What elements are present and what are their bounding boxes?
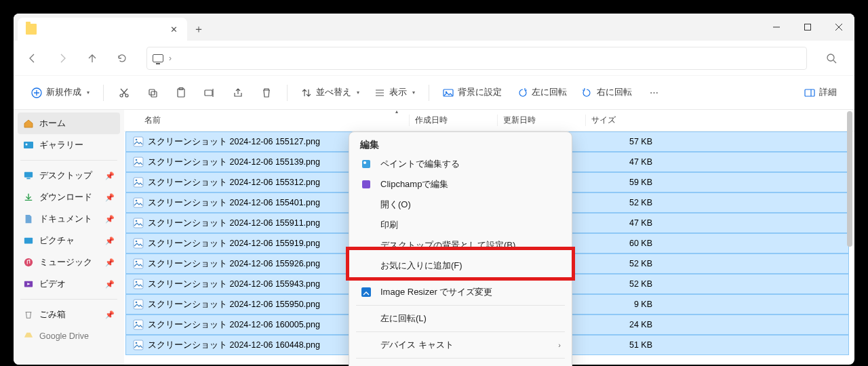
minimize-button[interactable] [761, 14, 792, 41]
svg-rect-26 [24, 142, 33, 148]
up-button[interactable] [79, 45, 106, 72]
svg-rect-53 [134, 340, 143, 350]
blank-icon [360, 239, 372, 251]
cell-size: 52 KB [594, 198, 652, 207]
png-file-icon [133, 340, 144, 350]
forward-button[interactable] [49, 45, 76, 72]
ctx-open[interactable]: 開く(O) [349, 195, 572, 215]
ctx-edit-clipchamp[interactable]: Clipchampで編集 [349, 174, 572, 195]
gdrive-icon [23, 331, 34, 342]
set-background-button[interactable]: 背景に設定 [436, 81, 509, 105]
ctx-label: 開く(O) [380, 199, 561, 211]
chevron-right-icon: › [558, 341, 561, 349]
separator [356, 331, 565, 332]
column-name[interactable]: 名前 [144, 115, 409, 126]
sidebar-item-gdrive[interactable]: Google Drive [18, 325, 120, 347]
vertical-scrollbar[interactable] [846, 110, 853, 365]
view-button[interactable]: 表示 ▾ [368, 81, 422, 105]
ctx-rotate-left[interactable]: 左に回転(L) [349, 308, 572, 329]
blank-icon [360, 339, 372, 351]
new-tab-button[interactable]: ＋ [187, 18, 210, 41]
sort-button[interactable]: 並べ替え ▾ [294, 81, 366, 105]
tab-close-button[interactable]: ✕ [168, 24, 179, 35]
rename-button[interactable] [196, 81, 223, 105]
search-button[interactable] [818, 45, 845, 72]
sidebar-videos-label: ビデオ [39, 279, 66, 290]
sidebar-item-documents[interactable]: ドキュメント 📌 [18, 208, 120, 230]
toolbar: 新規作成 ▾ 並べ替え ▾ 表示 ▾ 背景に設定 左に回転 [14, 76, 854, 110]
sidebar-item-desktop[interactable]: デスクトップ 📌 [18, 165, 120, 186]
chevron-down-icon: ▾ [412, 89, 415, 96]
ctx-image-resizer[interactable]: Image Resizer でサイズ変更 [349, 282, 572, 302]
ctx-device-cast[interactable]: デバイス キャスト › [349, 335, 572, 355]
scrollbar-thumb[interactable] [847, 111, 852, 247]
back-button[interactable] [19, 45, 46, 72]
rotate-right-button[interactable]: 右に回転 [575, 81, 639, 105]
cell-size: 60 KB [594, 239, 652, 248]
png-file-icon [133, 279, 144, 289]
rotate-left-button[interactable]: 左に回転 [510, 81, 574, 105]
ctx-defender-scan[interactable]: Microsoft Defender でスキャンする... [349, 361, 572, 366]
sidebar-item-music[interactable]: ミュージック 📌 [18, 251, 120, 273]
video-icon [23, 279, 34, 289]
details-pane-button[interactable]: 詳細 [797, 81, 844, 105]
svg-rect-35 [134, 157, 143, 167]
svg-point-48 [136, 281, 138, 283]
sidebar-item-pictures[interactable]: ピクチャ 📌 [18, 230, 120, 251]
column-size[interactable]: サイズ [585, 115, 646, 126]
png-file-icon [133, 177, 144, 188]
blank-icon [360, 312, 372, 325]
png-file-icon [133, 258, 144, 269]
svg-rect-30 [24, 238, 33, 244]
more-button[interactable]: ⋯ [640, 81, 667, 105]
cell-size: 47 KB [594, 218, 652, 228]
sidebar-item-trash[interactable]: ごみ箱 📌 [18, 304, 120, 325]
ctx-label: Image Resizer でサイズ変更 [380, 286, 561, 298]
ctx-edit-paint[interactable]: ペイントで編集する [349, 154, 572, 174]
set-bg-label: 背景に設定 [458, 87, 502, 98]
svg-point-56 [363, 161, 366, 164]
panel-icon [804, 87, 815, 98]
sidebar-item-videos[interactable]: ビデオ 📌 [18, 273, 120, 295]
sidebar-item-downloads[interactable]: ダウンロード 📌 [18, 186, 120, 208]
cut-button[interactable] [111, 81, 138, 105]
sidebar-item-gallery[interactable]: ギャラリー [18, 134, 120, 156]
ctx-label: 左に回転(L) [380, 312, 561, 325]
sidebar-item-home[interactable]: ホーム [18, 113, 120, 134]
maximize-button[interactable] [792, 14, 823, 41]
column-created[interactable]: 作成日時 [409, 115, 497, 126]
separator [356, 279, 565, 279]
column-modified[interactable]: 更新日時 [497, 115, 585, 126]
pin-icon: 📌 [105, 310, 115, 319]
ctx-label: 印刷 [380, 219, 561, 231]
svg-point-4 [827, 54, 834, 61]
ctx-add-favorite[interactable]: お気に入りに追加(F) [349, 256, 572, 276]
svg-rect-55 [362, 160, 370, 168]
svg-point-42 [136, 220, 138, 222]
svg-point-36 [136, 159, 138, 161]
pin-icon: 📌 [105, 193, 115, 202]
window-controls [761, 14, 854, 41]
copy-button[interactable] [139, 81, 166, 105]
ctx-set-bg[interactable]: デスクトップの背景として設定(B) [349, 235, 572, 256]
address-bar[interactable]: › [146, 47, 807, 70]
cell-size: 59 KB [594, 178, 652, 187]
svg-rect-13 [149, 89, 155, 95]
delete-button[interactable] [253, 81, 280, 105]
paste-button[interactable] [167, 81, 195, 105]
ctx-print[interactable]: 印刷 [349, 215, 572, 235]
refresh-button[interactable] [108, 45, 136, 72]
share-button[interactable] [224, 81, 252, 105]
new-button[interactable]: 新規作成 ▾ [24, 81, 96, 105]
close-button[interactable] [823, 14, 854, 41]
blank-icon [360, 260, 372, 272]
pin-icon: 📌 [105, 258, 115, 267]
svg-point-38 [136, 180, 138, 182]
sidebar-home-label: ホーム [39, 118, 66, 129]
home-icon [23, 118, 34, 129]
png-file-icon [133, 238, 144, 249]
rotate-left-icon [517, 87, 528, 98]
svg-rect-47 [134, 279, 143, 289]
tab-active[interactable]: ✕ [18, 18, 187, 41]
new-label: 新規作成 [46, 87, 81, 98]
